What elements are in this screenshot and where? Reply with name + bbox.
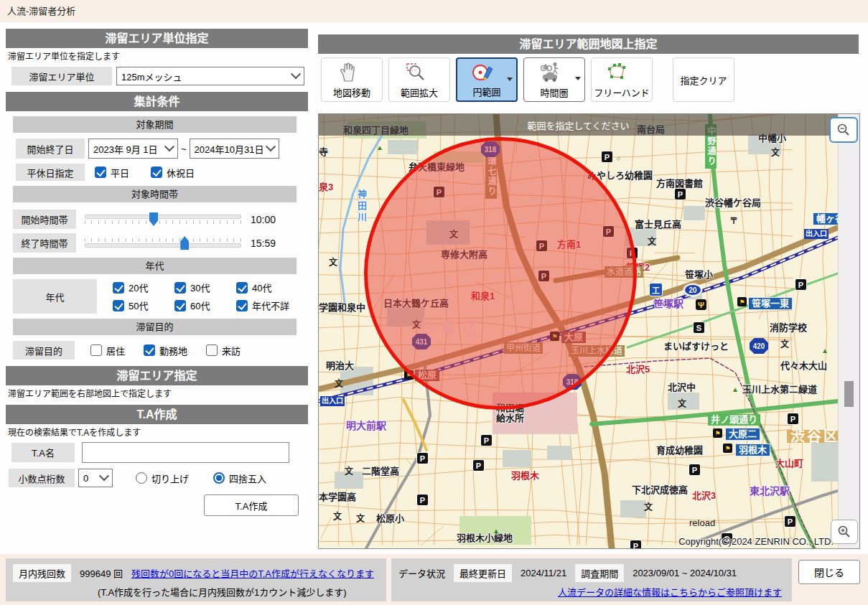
checkbox-休祝日[interactable]: 休祝日 <box>151 166 195 179</box>
radio-label: 四捨五入 <box>229 472 266 485</box>
radio-切り上げ[interactable]: 切り上げ <box>136 472 189 485</box>
checkbox-box[interactable] <box>90 344 102 356</box>
toolbar-button-フリーハンド[interactable]: フリーハンド <box>591 57 653 102</box>
toolbar-button-label: 指定クリア <box>680 73 727 87</box>
checkbox-box[interactable] <box>236 300 248 311</box>
checkbox-label: 居住 <box>106 344 125 357</box>
map-panel: 滞留エリア範囲地図上指定 地図移動範囲拡大円範囲時間圏フリーハンド指定クリア 和… <box>318 34 859 54</box>
section-header-map-select: 滞留エリア範囲地図上指定 <box>318 34 859 54</box>
date-range-label: 開始終了日 <box>16 139 85 159</box>
checkbox-平日[interactable]: 平日 <box>95 166 129 179</box>
date-tilde: ~ <box>181 144 187 154</box>
subheader-period: 対象期間 <box>13 116 297 133</box>
toolbar-button-地図移動[interactable]: 地図移動 <box>321 57 383 102</box>
radio-circle[interactable] <box>213 472 225 484</box>
map-dot-icon: ○ <box>617 155 620 162</box>
map-label: 二階堂高 <box>362 466 399 477</box>
map-p-icon: P <box>601 151 613 163</box>
map-container: 和泉四丁目緑地南台局寺弁天橋東緑地みやしろ幼稚園方南図書館渋谷幡ケ谷局中幡小富士… <box>318 113 860 549</box>
checkbox-label: 40代 <box>252 281 271 294</box>
ta-create-button[interactable]: T.A作成 <box>204 494 299 516</box>
selected-range-circle <box>364 137 637 410</box>
end-time-slider[interactable] <box>85 243 241 248</box>
slider-ticks <box>85 220 241 224</box>
toolbar-button-label: 時間圏 <box>540 85 568 99</box>
data-detail-link[interactable]: 人流データの詳細な情報はこちらからご参照頂けます <box>558 587 782 598</box>
map-flag-icon: ⚑ <box>737 297 747 306</box>
map-s-icon: S <box>693 322 705 334</box>
start-time-slider-thumb[interactable] <box>149 212 158 226</box>
checkbox-label: 50代 <box>129 299 148 312</box>
weekday-label: 平休日指定 <box>16 164 85 181</box>
start-date-select[interactable]: 2023年 9月 1日 <box>88 139 178 159</box>
map-p-icon: P <box>480 434 493 446</box>
decimal-digits-select[interactable]: 0 <box>78 469 113 487</box>
map-p-icon: P <box>472 459 485 472</box>
checkbox-box[interactable] <box>151 167 162 178</box>
map-tree-icon: ▲ <box>821 347 829 355</box>
checkbox-30代[interactable]: 30代 <box>174 281 236 294</box>
toolbar-button-範囲拡大[interactable]: 範囲拡大 <box>388 57 450 102</box>
map-scrollbar-thumb[interactable] <box>844 381 854 407</box>
ta-name-label: T.A名 <box>11 443 75 462</box>
map-zoom-in-button[interactable] <box>831 520 858 544</box>
map-label: 代々木大山 <box>780 361 827 371</box>
checkbox-居住[interactable]: 居住 <box>90 344 125 357</box>
toolbar-button-label: 円範囲 <box>472 85 500 98</box>
end-time-label: 終了時間帯 <box>13 233 76 253</box>
transport-icon <box>524 62 577 83</box>
checkbox-label: 平日 <box>111 166 129 179</box>
map-label: 泉3 <box>319 182 333 192</box>
toolbar-button-円範囲[interactable]: 円範囲 <box>456 57 518 102</box>
map-label: 出入口 <box>804 229 829 239</box>
map-label: 文 <box>335 379 343 389</box>
radio-circle[interactable] <box>136 472 147 484</box>
map-label: 寺 <box>319 147 328 157</box>
section-header-ta-create: T.A作成 <box>6 405 308 424</box>
close-button[interactable]: 閉じる <box>798 560 860 584</box>
map-canvas[interactable]: 和泉四丁目緑地南台局寺弁天橋東緑地みやしろ幼稚園方南図書館渋谷幡ケ谷局中幡小富士… <box>319 114 838 548</box>
section-header-area-select: 滞留エリア指定 <box>6 366 308 385</box>
checkbox-勤務地[interactable]: 勤務地 <box>144 344 187 357</box>
map-p-icon: P <box>630 540 642 548</box>
radio-四捨五入[interactable]: 四捨五入 <box>213 472 266 485</box>
map-label: 笹塚小 <box>685 270 713 280</box>
age-label: 年代 <box>13 279 97 314</box>
section-header-aggregation: 集計条件 <box>6 92 308 111</box>
survey-period-label: 調査期間 <box>575 564 624 582</box>
end-date-select[interactable]: 2024年10月31日 <box>190 139 279 159</box>
toolbar-button-時間圏[interactable]: 時間圏 <box>523 57 585 102</box>
quota-warning-link[interactable]: 残回数が0回になると当月中のT.A作成が行えなくなります <box>131 566 374 580</box>
ta-name-input[interactable] <box>82 442 289 463</box>
checkbox-box[interactable] <box>144 344 155 356</box>
subheader-time-range: 対象時間帯 <box>13 186 297 202</box>
checkbox-label: 勤務地 <box>159 344 187 357</box>
quota-note: (T.A作成を行った場合に月内残回数が1カウント減少します) <box>6 582 386 599</box>
radio-label: 切り上げ <box>151 472 189 485</box>
checkbox-label: 30代 <box>190 281 210 294</box>
checkbox-20代[interactable]: 20代 <box>113 281 174 294</box>
map-instruction-banner: 範囲を指定してください <box>319 114 838 136</box>
map-zoom-out-button[interactable] <box>829 117 858 143</box>
checkbox-box[interactable] <box>174 300 186 311</box>
area-unit-select[interactable]: 125mメッシュ <box>116 67 304 85</box>
start-date-value: 2023年 9月 1日 <box>93 142 158 156</box>
start-time-slider[interactable] <box>85 215 241 219</box>
checkbox-来訪[interactable]: 来訪 <box>206 344 241 357</box>
checkbox-40代[interactable]: 40代 <box>236 281 308 294</box>
checkbox-box[interactable] <box>174 282 186 294</box>
checkbox-box[interactable] <box>236 282 248 294</box>
checkbox-box[interactable] <box>95 167 106 178</box>
checkbox-50代[interactable]: 50代 <box>113 299 174 312</box>
checkbox-box[interactable] <box>113 282 124 294</box>
route-shield-icon: 420 <box>750 338 768 354</box>
area-unit-description: 滞留エリア単位を指定します <box>8 51 308 63</box>
checkbox-box[interactable] <box>206 344 218 356</box>
toolbar-button-指定クリア[interactable]: 指定クリア <box>673 57 734 102</box>
map-label: 下北沢成徳高 <box>632 485 688 495</box>
map-label: 幡ヶ谷 <box>813 212 838 225</box>
checkbox-年代不詳[interactable]: 年代不詳 <box>236 299 308 312</box>
checkbox-60代[interactable]: 60代 <box>174 299 236 312</box>
checkbox-box[interactable] <box>113 300 124 311</box>
map-scrollbar[interactable] <box>838 114 859 548</box>
